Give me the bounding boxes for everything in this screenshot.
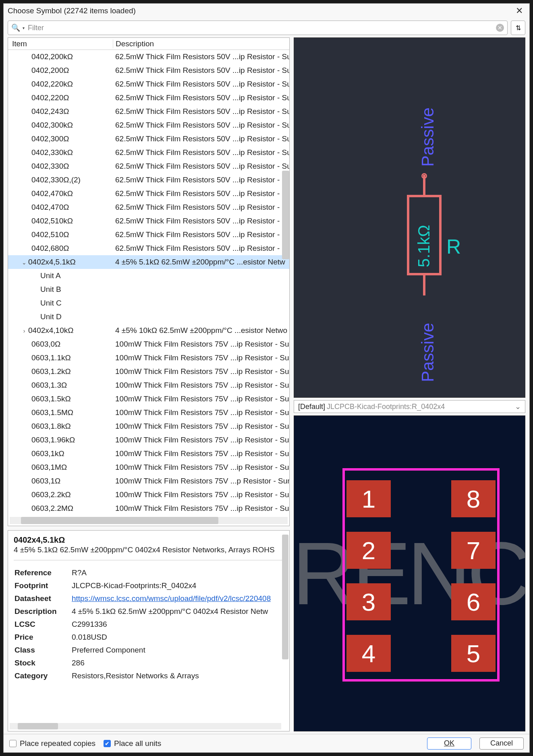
search-mode-caret-icon[interactable]: ▾ [23, 26, 25, 30]
list-item-name: 0402,470Ω [31, 203, 69, 211]
list-item[interactable]: 0402,330Ω62.5mW Thick Film Resistors 50V… [8, 159, 289, 173]
field-stock-value: 286 [72, 657, 283, 669]
list-item[interactable]: 0402,510kΩ62.5mW Thick Film Resistors 50… [8, 214, 289, 228]
detail-panel: 0402x4,5.1kΩ 4 ±5% 5.1kΩ 62.5mW ±200ppm/… [8, 530, 290, 731]
list-item-name: 0402,330kΩ [31, 148, 73, 157]
list-item[interactable]: 0402,470Ω62.5mW Thick Film Resistors 50V… [8, 200, 289, 214]
column-header-item[interactable]: Item [8, 39, 113, 48]
list-item[interactable]: 0402,300kΩ62.5mW Thick Film Resistors 50… [8, 118, 289, 132]
ok-button[interactable]: OK [427, 737, 471, 750]
list-item-name: 0603,1kΩ [31, 449, 64, 458]
list-item-name: 0603,1.3Ω [31, 381, 67, 389]
pin-line-top [423, 175, 425, 196]
list-item[interactable]: 0603,1MΩ100mW Thick Film Resistors 75V .… [8, 461, 289, 474]
field-price-key: Price [15, 631, 71, 643]
list-item-name: 0402,220kΩ [31, 80, 73, 88]
symbol-list-body[interactable]: 0402,200kΩ62.5mW Thick Film Resistors 50… [8, 50, 289, 515]
list-item-description: 100mW Thick Film Resistors 75V ...ip Res… [113, 490, 289, 499]
list-item-name: Unit A [40, 271, 61, 280]
search-icon: 🔍 [11, 23, 20, 32]
list-item-description: 100mW Thick Film Resistors 75V ...ip Res… [113, 395, 289, 403]
chevron-down-icon[interactable]: ⌄ [20, 259, 28, 266]
detail-horizontal-scrollbar[interactable] [10, 723, 281, 729]
list-item[interactable]: 0402,470kΩ62.5mW Thick Film Resistors 50… [8, 187, 289, 200]
close-icon[interactable]: ✕ [513, 6, 525, 16]
checkbox-label: Place repeated copies [20, 739, 95, 748]
list-item-description: 100mW Thick Film Resistors 75V ...ip Res… [113, 463, 289, 472]
list-item-description: 62.5mW Thick Film Resistors 50V ...ip Re… [113, 121, 289, 130]
search-field[interactable]: 🔍 ▾ ✕ [8, 21, 508, 35]
toolbar: 🔍 ▾ ✕ ⇅ [4, 18, 529, 37]
list-item[interactable]: 0402,220Ω62.5mW Thick Film Resistors 50V… [8, 91, 289, 105]
content-area: Item Description 0402,200kΩ62.5mW Thick … [4, 37, 529, 734]
list-item[interactable]: Unit A [8, 269, 289, 283]
list-item[interactable]: Unit C [8, 296, 289, 310]
list-item[interactable]: 0402,200kΩ62.5mW Thick Film Resistors 50… [8, 50, 289, 64]
checkbox-place-all-units[interactable]: ✔ Place all units [104, 739, 161, 748]
list-item-description: 100mW Thick Film Resistors 75V ...ip Res… [113, 367, 289, 376]
list-item[interactable]: 0402,510Ω62.5mW Thick Film Resistors 50V… [8, 228, 289, 242]
list-item[interactable]: 0402,300Ω62.5mW Thick Film Resistors 50V… [8, 132, 289, 146]
pad-7: 7 [451, 532, 496, 569]
list-item-description: 62.5mW Thick Film Resistors 50V ...ip Re… [113, 244, 289, 253]
detail-title: 0402x4,5.1kΩ [14, 535, 284, 545]
chevron-right-icon[interactable]: › [20, 328, 28, 334]
pad-2: 2 [346, 532, 391, 569]
list-item[interactable]: Unit B [8, 283, 289, 296]
list-item[interactable]: 0603,1.96kΩ100mW Thick Film Resistors 75… [8, 433, 289, 447]
list-item[interactable]: 0402,220kΩ62.5mW Thick Film Resistors 50… [8, 77, 289, 91]
list-item[interactable]: 0603,1.1kΩ100mW Thick Film Resistors 75V… [8, 351, 289, 365]
list-item[interactable]: 0603,1.8kΩ100mW Thick Film Resistors 75V… [8, 419, 289, 433]
footprint-select-prefix: [Default] [298, 403, 325, 411]
list-item[interactable]: 0603,1.3Ω100mW Thick Film Resistors 75V … [8, 378, 289, 392]
list-item-description: 62.5mW Thick Film Resistors 50V ...ip Re… [113, 189, 289, 198]
list-item[interactable]: 0603,1Ω100mW Thick Film Resistors 75V ..… [8, 474, 289, 488]
list-item-description: 4 ±5% 10kΩ 62.5mW ±200ppm/°C ...esistor … [113, 326, 289, 335]
column-header-description[interactable]: Description [113, 39, 289, 48]
list-item[interactable]: 0402,243Ω62.5mW Thick Film Resistors 50V… [8, 105, 289, 118]
checkbox-repeated-copies[interactable]: Place repeated copies [9, 739, 95, 748]
list-item-name: 0603,0Ω [31, 340, 60, 348]
search-input[interactable] [28, 24, 496, 32]
list-item[interactable]: 0603,2.2kΩ100mW Thick Film Resistors 75V… [8, 488, 289, 502]
clear-search-icon[interactable]: ✕ [496, 24, 504, 32]
field-datasheet-key: Datasheet [15, 593, 71, 605]
detail-horizontal-scrollbar-thumb[interactable] [18, 723, 58, 729]
cancel-button[interactable]: Cancel [479, 737, 524, 750]
footprint-preview-canvas[interactable]: RENC 1 2 3 4 5 6 7 8 [294, 415, 525, 731]
list-item-description: 62.5mW Thick Film Resistors 50V ...ip Re… [113, 93, 289, 102]
list-item-description: 100mW Thick Film Resistors 75V ...ip Res… [113, 504, 289, 513]
list-item-name: 0402,200kΩ [31, 52, 73, 61]
detail-vertical-scrollbar-thumb[interactable] [282, 535, 288, 659]
horizontal-scrollbar-thumb[interactable] [21, 517, 218, 524]
list-item[interactable]: 0603,1.5MΩ100mW Thick Film Resistors 75V… [8, 406, 289, 419]
horizontal-scrollbar[interactable] [10, 517, 288, 524]
symbol-preview-canvas[interactable]: Passive 5.1kΩ R Passive [294, 37, 525, 398]
list-item-name: 0402,243Ω [31, 107, 69, 116]
list-item[interactable]: Unit D [8, 310, 289, 324]
field-reference-value: R?A [72, 567, 283, 579]
list-item[interactable]: ⌄0402x4,5.1kΩ4 ±5% 5.1kΩ 62.5mW ±200ppm/… [8, 255, 289, 269]
list-item[interactable]: 0402,200Ω62.5mW Thick Film Resistors 50V… [8, 64, 289, 77]
list-item-name: 0603,1MΩ [31, 463, 67, 471]
field-footprint-value: JLCPCB-Kicad-Footprints:R_0402x4 [72, 580, 283, 592]
right-column: Passive 5.1kΩ R Passive [Default] JLCPCB… [294, 37, 525, 731]
footprint-select[interactable]: [Default] JLCPCB-Kicad-Footprints:R_0402… [294, 400, 525, 413]
list-item-name: 0402,200Ω [31, 66, 69, 74]
sort-button[interactable]: ⇅ [511, 21, 525, 35]
checkbox-icon [9, 740, 17, 747]
list-item-name: 0402,300kΩ [31, 121, 73, 129]
list-item[interactable]: 0603,0Ω100mW Thick Film Resistors 75V ..… [8, 337, 289, 351]
list-item[interactable]: 0402,680Ω62.5mW Thick Film Resistors 50V… [8, 242, 289, 255]
field-datasheet-link[interactable]: https://wmsc.lcsc.com/wmsc/upload/file/p… [72, 594, 283, 603]
vertical-scrollbar-thumb[interactable] [282, 171, 289, 259]
list-item[interactable]: 0603,1.2kΩ100mW Thick Film Resistors 75V… [8, 365, 289, 378]
list-item[interactable]: 0402,330kΩ62.5mW Thick Film Resistors 50… [8, 146, 289, 159]
list-item[interactable]: 0603,1kΩ100mW Thick Film Resistors 75V .… [8, 447, 289, 461]
checkbox-label: Place all units [114, 739, 161, 748]
list-item[interactable]: 0402,330Ω,(2)62.5mW Thick Film Resistors… [8, 173, 289, 187]
list-item[interactable]: 0603,1.5kΩ100mW Thick Film Resistors 75V… [8, 392, 289, 406]
list-item[interactable]: ›0402x4,10kΩ4 ±5% 10kΩ 62.5mW ±200ppm/°C… [8, 324, 289, 337]
list-item[interactable]: 0603,2.2MΩ100mW Thick Film Resistors 75V… [8, 502, 289, 515]
list-item-description: 4 ±5% 5.1kΩ 62.5mW ±200ppm/°C ...esistor… [113, 258, 289, 266]
